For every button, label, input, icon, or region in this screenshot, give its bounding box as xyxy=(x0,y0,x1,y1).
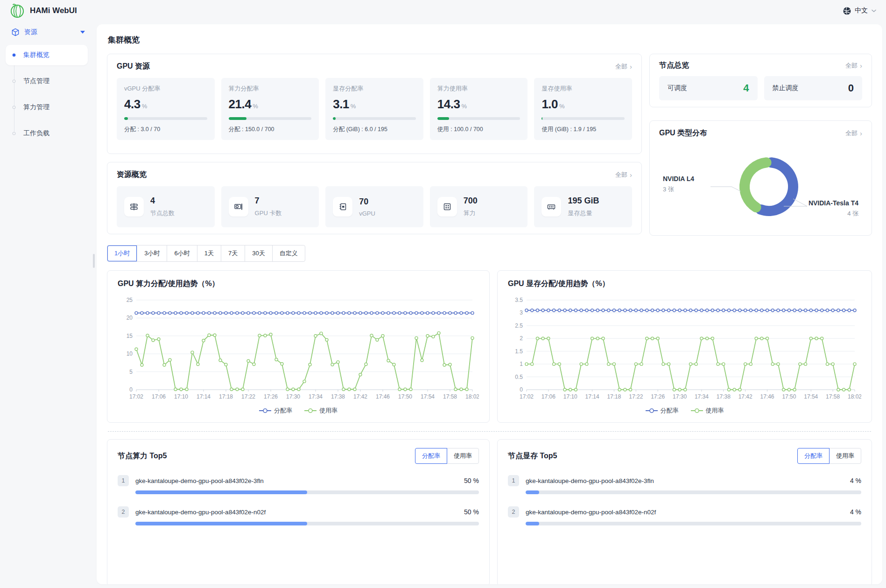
sidebar: 资源 集群概览 节点管理 算力管理 工作负载 xyxy=(0,21,93,588)
tab-7d[interactable]: 7天 xyxy=(221,245,245,261)
globe-icon xyxy=(843,7,851,15)
svg-text:15: 15 xyxy=(127,333,133,339)
tab-6h[interactable]: 6小时 xyxy=(167,245,197,261)
stat-card-compute-alloc: 算力分配率 21.4% 分配 : 150.0 / 700 xyxy=(221,78,319,140)
resource-value: 7 xyxy=(255,196,282,206)
timeline-dot xyxy=(13,54,16,57)
svg-text:3.5: 3.5 xyxy=(515,297,523,303)
svg-text:10: 10 xyxy=(127,350,133,357)
gpu-type-donut-chart[interactable]: NVIDIA L43 张NVIDIA-Tesla T44 张 xyxy=(659,140,862,228)
gpu-resources-all-link[interactable]: 全部 › xyxy=(615,63,632,71)
language-label: 中文 xyxy=(855,7,868,15)
stat-value: 1.0% xyxy=(541,97,625,112)
svg-text:17:50: 17:50 xyxy=(398,393,412,400)
bar-track xyxy=(135,522,479,525)
toggle-usage-rate[interactable]: 使用率 xyxy=(447,448,479,464)
node-overview-panel: 节点总览 全部 › 可调度 4 禁止调度 0 xyxy=(649,54,872,107)
svg-text:17:22: 17:22 xyxy=(629,393,643,400)
overview-row: GPU 资源 全部 › vGPU 分配率 4.3% 分配 : 3.0 / 70 … xyxy=(107,54,872,236)
sidebar-item-cluster-overview[interactable]: 集群概览 xyxy=(6,45,88,65)
language-selector[interactable]: 中文 xyxy=(843,7,877,15)
page-title: 集群概览 xyxy=(108,35,872,45)
stat-label: 显存分配率 xyxy=(333,84,416,93)
progress-fill xyxy=(333,117,336,120)
top5-row-item: 1 gke-kantaloupe-demo-gpu-pool-a843f02e-… xyxy=(508,475,861,494)
svg-text:NVIDIA L4: NVIDIA L4 xyxy=(663,175,694,182)
toggle-allocation-rate[interactable]: 分配率 xyxy=(415,448,447,464)
timeline-dot xyxy=(13,80,16,83)
stat-detail: 分配 (GiB) : 6.0 / 195 xyxy=(333,126,416,133)
svg-text:18:02: 18:02 xyxy=(848,393,861,400)
svg-text:17:54: 17:54 xyxy=(804,393,818,400)
memory-trend-panel: GPU 显存分配/使用趋势（%） 00.511.522.533.517:0217… xyxy=(497,270,872,423)
progress-track xyxy=(333,117,416,120)
legend-item-usage[interactable]: 使用率 xyxy=(691,406,724,415)
progress-track xyxy=(124,117,207,120)
bar-track xyxy=(135,490,479,494)
stat-detail: 分配 : 3.0 / 70 xyxy=(124,126,207,133)
chart-legend: 分配率 使用率 xyxy=(508,406,861,415)
node-name: gke-kantaloupe-demo-gpu-pool-a843f02e-n0… xyxy=(526,509,656,516)
svg-text:1: 1 xyxy=(520,361,523,367)
node-value: 4 % xyxy=(850,508,861,516)
cube-icon xyxy=(11,28,20,36)
top5-row: 节点算力 Top5 分配率 使用率 1 gke-kantaloupe-demo-… xyxy=(107,439,872,584)
legend-item-allocation[interactable]: 分配率 xyxy=(646,406,679,415)
resource-label: GPU 卡数 xyxy=(255,209,282,217)
progress-fill xyxy=(124,117,128,120)
toggle-allocation-rate[interactable]: 分配率 xyxy=(797,448,830,464)
stat-card-compute-usage: 算力使用率 14.3% 使用 : 100.0 / 700 xyxy=(430,78,528,140)
tab-30d[interactable]: 30天 xyxy=(245,245,272,261)
svg-text:17:30: 17:30 xyxy=(286,393,300,400)
sidebar-item-label: 节点管理 xyxy=(23,77,49,85)
node-label: 可调度 xyxy=(668,84,687,92)
resource-label: 显存总量 xyxy=(568,209,599,217)
compute-trend-chart[interactable]: 051015202517:0217:0617:1017:1417:1817:22… xyxy=(118,294,479,405)
legend-item-usage[interactable]: 使用率 xyxy=(304,406,338,415)
svg-text:17:50: 17:50 xyxy=(782,393,796,400)
svg-text:17:46: 17:46 xyxy=(760,393,774,400)
resource-overview-all-link[interactable]: 全部 › xyxy=(615,171,632,179)
rank-badge: 2 xyxy=(118,506,129,518)
progress-track xyxy=(437,117,520,120)
compute-icon xyxy=(437,197,457,217)
timeline-dot xyxy=(13,132,16,135)
stat-card-vgpu-alloc: vGPU 分配率 4.3% 分配 : 3.0 / 70 xyxy=(117,78,215,140)
resource-value: 195 GiB xyxy=(568,196,599,206)
svg-text:17:30: 17:30 xyxy=(673,393,687,400)
tab-1h[interactable]: 1小时 xyxy=(107,245,137,261)
stat-label: vGPU 分配率 xyxy=(124,84,207,93)
svg-text:0: 0 xyxy=(129,386,133,393)
node-label: 禁止调度 xyxy=(773,84,799,92)
sidebar-item-compute-management[interactable]: 算力管理 xyxy=(6,97,88,118)
toggle-usage-rate[interactable]: 使用率 xyxy=(829,448,861,464)
sidebar-item-workloads[interactable]: 工作负载 xyxy=(6,123,88,144)
svg-text:0: 0 xyxy=(520,386,523,393)
top5-row-item: 2 gke-kantaloupe-demo-gpu-pool-a843f02e-… xyxy=(508,506,861,525)
memory-trend-chart[interactable]: 00.511.522.533.517:0217:0617:1017:1417:1… xyxy=(508,294,861,405)
dashed-divider xyxy=(108,431,871,432)
resource-card-compute: 700 算力 xyxy=(430,186,528,227)
resource-overview-panel: 资源概览 全部 › 4 xyxy=(107,162,642,234)
tab-3h[interactable]: 3小时 xyxy=(137,245,167,261)
chart-title: GPU 显存分配/使用趋势（%） xyxy=(508,279,861,289)
node-overview-all-link[interactable]: 全部 › xyxy=(845,62,862,70)
nodes-icon xyxy=(124,197,144,217)
sidebar-item-node-management[interactable]: 节点管理 xyxy=(6,71,88,91)
bar-track xyxy=(526,490,861,494)
gpu-types-all-link[interactable]: 全部 › xyxy=(845,129,862,138)
svg-text:17:46: 17:46 xyxy=(376,393,390,400)
tab-custom[interactable]: 自定义 xyxy=(272,245,305,261)
sidebar-resize-handle[interactable] xyxy=(93,254,95,268)
bar-fill xyxy=(135,522,307,525)
line-marker-icon xyxy=(646,408,658,413)
tab-1d[interactable]: 1天 xyxy=(197,245,221,261)
caret-down-icon xyxy=(80,31,85,34)
legend-item-allocation[interactable]: 分配率 xyxy=(259,406,292,415)
stat-label: 显存使用率 xyxy=(541,84,625,93)
panel-title: 节点显存 Top5 xyxy=(508,451,557,461)
svg-text:17:26: 17:26 xyxy=(264,393,278,400)
node-value: 50 % xyxy=(464,477,479,484)
gpu-type-distribution-panel: GPU 类型分布 全部 › NVIDIA L43 张NVIDIA-Tesla T… xyxy=(649,120,872,236)
sidebar-group-resources[interactable]: 资源 xyxy=(0,21,93,45)
